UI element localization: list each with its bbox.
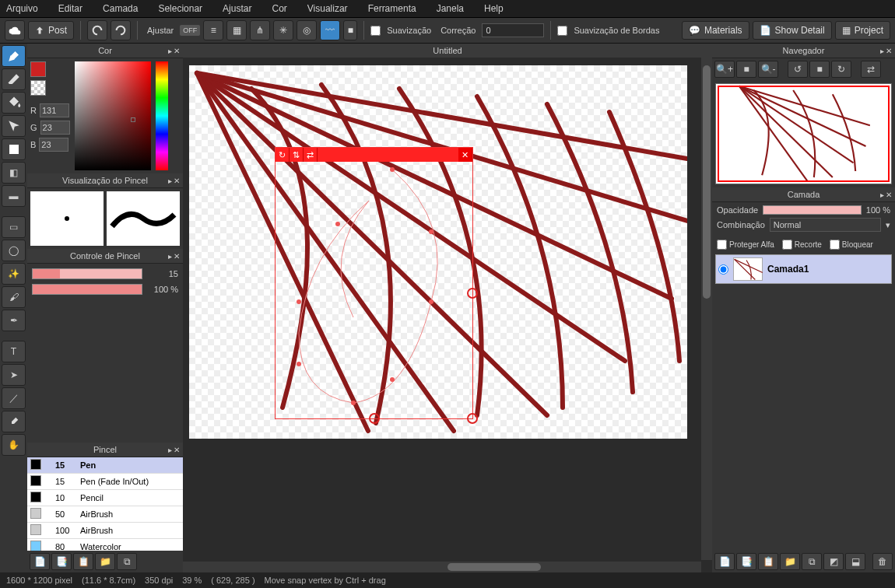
zoom-in-icon[interactable]: 🔍+ (714, 61, 735, 78)
flip-icon[interactable]: ⇄ (861, 61, 881, 78)
layer-item[interactable]: Camada1 (715, 254, 892, 284)
new-brush-icon[interactable]: 📄 (30, 553, 50, 570)
project-button[interactable]: ▦ Project (835, 21, 890, 40)
dup-brush-icon[interactable]: 📑 (51, 553, 72, 570)
panel-close-icon[interactable]: ✕ (174, 177, 180, 185)
b-input[interactable] (39, 138, 68, 152)
color-field[interactable] (75, 61, 151, 170)
snap-concentric-icon[interactable]: ◎ (297, 20, 317, 40)
suav-bordas-checkbox[interactable] (557, 26, 567, 36)
line-tool[interactable]: ／ (2, 387, 26, 409)
zoom-reset-icon[interactable]: ■ (736, 61, 756, 78)
blur-tool[interactable]: ▬ (2, 185, 26, 207)
menu-visualizar[interactable]: Visualizar (307, 3, 348, 14)
bloquear-checkbox[interactable]: Bloquear (830, 240, 873, 250)
redo-icon[interactable] (111, 20, 131, 40)
wand-tool[interactable]: ✨ (2, 263, 26, 285)
eyedropper-tool[interactable] (2, 411, 26, 432)
bucket-tool[interactable] (2, 92, 26, 114)
hue-slider[interactable] (156, 61, 168, 170)
correcao-input[interactable] (482, 23, 544, 37)
undo-icon[interactable] (87, 20, 107, 40)
panel-menu-icon[interactable]: ▸ (168, 446, 172, 454)
snap-dot-icon[interactable]: ■ (343, 20, 357, 40)
transform-box[interactable]: ↻ ⇅ ⇄ ✕ (275, 147, 473, 419)
flatten-icon[interactable]: ⬓ (845, 553, 865, 570)
brush-list-item[interactable]: 15Pen (27, 457, 183, 474)
menu-selecionar[interactable]: Selecionar (158, 3, 202, 14)
panel-close-icon[interactable]: ✕ (174, 446, 180, 454)
brush-opacity-slider[interactable] (32, 284, 142, 295)
bg-swatch[interactable] (30, 80, 46, 96)
pen-select-tool[interactable]: ✒ (2, 310, 26, 331)
folder-icon[interactable]: 📁 (780, 553, 800, 570)
flip-v-icon[interactable]: ⇅ (290, 148, 304, 162)
pen-tool[interactable] (2, 45, 26, 67)
layer-visibility[interactable] (718, 264, 728, 275)
select-rect-tool[interactable]: ▭ (2, 216, 26, 238)
brush-list-item[interactable]: 100AirBrush (27, 523, 183, 539)
panel-menu-icon[interactable]: ▸ (880, 191, 884, 199)
opacidade-slider[interactable] (763, 205, 862, 215)
delete-layer-icon[interactable]: 🗑 (872, 553, 893, 570)
snap-vanish-icon[interactable]: ⋔ (250, 20, 270, 40)
panel-close-icon[interactable]: ✕ (174, 47, 180, 55)
brush-select-tool[interactable]: 🖌 (2, 286, 26, 308)
dup-layer-icon[interactable]: 📑 (736, 553, 756, 570)
recorte-checkbox[interactable]: Recorte (782, 240, 822, 250)
rotate-reset-icon[interactable]: ■ (809, 61, 830, 78)
folder-icon[interactable]: 📁 (95, 553, 115, 570)
brush-list-item[interactable]: 50AirBrush (27, 506, 183, 523)
shape-tool[interactable] (2, 138, 26, 160)
panel-menu-icon[interactable]: ▸ (168, 47, 172, 55)
cloud-icon[interactable] (5, 20, 25, 40)
panel-close-icon[interactable]: ✕ (886, 47, 892, 55)
merge-icon[interactable]: ⧉ (802, 553, 822, 570)
arrow-tool[interactable]: ➤ (2, 364, 26, 386)
menu-ferramenta[interactable]: Ferramenta (368, 3, 416, 14)
copy-icon[interactable]: ⧉ (117, 553, 137, 570)
brush-size-slider[interactable] (32, 268, 142, 279)
proteger-alfa-checkbox[interactable]: Proteger Alfa (717, 240, 774, 250)
ajustar-off[interactable]: OFF (180, 25, 200, 36)
panel-menu-icon[interactable]: ▸ (168, 252, 172, 261)
hand-tool[interactable]: ✋ (2, 434, 26, 456)
eraser-tool[interactable] (2, 68, 26, 90)
fg-swatch[interactable] (30, 61, 46, 77)
g-input[interactable] (40, 121, 70, 135)
scrollbar-horizontal[interactable] (183, 562, 701, 572)
rotate-icon[interactable]: ↻ (276, 148, 290, 162)
gradient-tool[interactable]: ◧ (2, 162, 26, 184)
post-button[interactable]: Post (28, 21, 74, 40)
suavizacao-checkbox[interactable] (370, 26, 381, 36)
flip-h-icon[interactable]: ⇄ (304, 148, 318, 162)
close-icon[interactable]: ✕ (458, 148, 472, 162)
brush-list-item[interactable]: 10Pencil (27, 490, 183, 506)
menu-cor[interactable]: Cor (272, 3, 286, 14)
text-tool[interactable]: T (2, 341, 26, 362)
rotate-right-icon[interactable]: ↻ (831, 61, 851, 78)
handle[interactable] (467, 413, 478, 424)
zoom-out-icon[interactable]: 🔍- (758, 61, 778, 78)
handle[interactable] (369, 413, 380, 424)
navigator-preview[interactable] (715, 83, 892, 184)
menu-ajustar[interactable]: Ajustar (223, 3, 251, 14)
panel-close-icon[interactable]: ✕ (886, 191, 892, 199)
snap-curve-icon[interactable]: 〰 (320, 20, 340, 40)
rotate-left-icon[interactable]: ↺ (788, 61, 808, 78)
panel-menu-icon[interactable]: ▸ (880, 47, 884, 55)
panel-close-icon[interactable]: ✕ (174, 252, 180, 261)
brush-list-item[interactable]: 80Watercolor (27, 539, 183, 551)
r-input[interactable] (40, 103, 69, 117)
handle[interactable] (467, 288, 478, 299)
canvas[interactable]: ↻ ⇅ ⇄ ✕ (189, 65, 687, 439)
scrollbar-vertical[interactable] (701, 58, 712, 560)
snap-grid-icon[interactable]: ▦ (226, 20, 247, 40)
menu-editar[interactable]: Editar (58, 3, 82, 14)
new-layer-icon[interactable]: 📄 (714, 553, 735, 570)
snap-radial-icon[interactable]: ✳ (273, 20, 293, 40)
mask-icon[interactable]: ◩ (823, 553, 844, 570)
combinacao-select[interactable]: Normal (770, 218, 881, 232)
edit-brush-icon[interactable]: 📋 (73, 553, 93, 570)
document-tab[interactable]: Untitled (183, 44, 712, 58)
